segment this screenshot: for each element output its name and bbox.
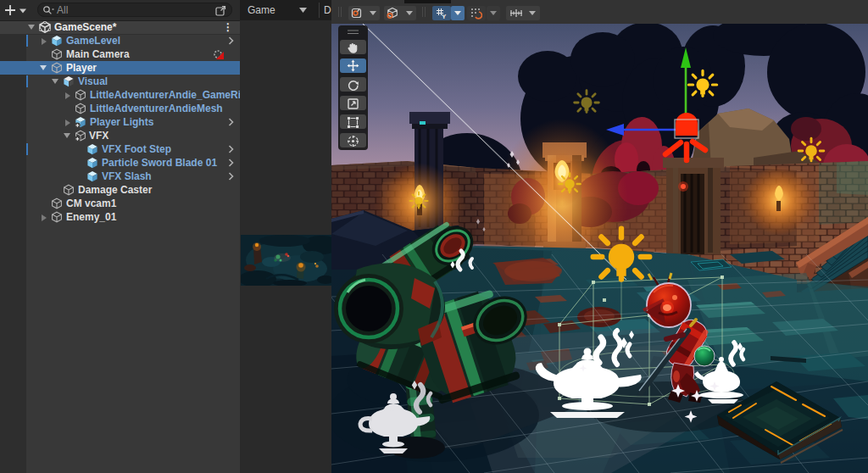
svg-text:Y: Y — [442, 13, 447, 19]
